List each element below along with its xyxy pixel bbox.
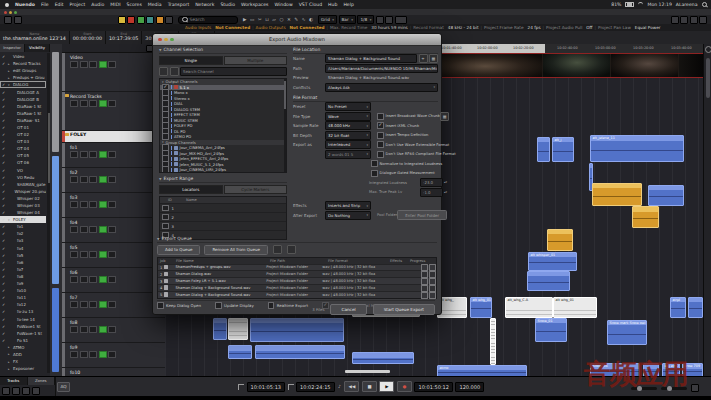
track-header-fo6[interactable]: fo6: [62, 268, 165, 293]
queue-refresh-icon[interactable]: [421, 285, 428, 292]
left-locator-time[interactable]: 10:01:05:13: [247, 382, 286, 392]
queue-column-effects[interactable]: Effects: [390, 259, 410, 263]
visibility-item-atmo[interactable]: ▸ATMO: [0, 344, 46, 351]
audio-event[interactable]: [527, 271, 570, 291]
visibility-item-ot-04[interactable]: ✓OT 04: [0, 145, 46, 152]
visibility-item-record-tracks[interactable]: ✓▸Record Tracks: [0, 60, 46, 67]
menu-nuendo[interactable]: Nuendo: [12, 2, 38, 7]
cancel-button[interactable]: Cancel: [330, 304, 366, 315]
bottom-tab-tracks[interactable]: Tracks: [0, 377, 28, 385]
audio-event-airpl[interactable]: airpl: [670, 297, 686, 318]
queue-row[interactable]: 3Shaman Foley LR + 5.1.wavProject Mixdow…: [158, 277, 436, 284]
file-type-dropdown[interactable]: Wave: [325, 112, 371, 121]
effects-dropdown[interactable]: Inserts and Strip: [325, 201, 371, 210]
name-attributes-button[interactable]: +: [419, 54, 428, 63]
bwav-edit-button[interactable]: ▦: [440, 112, 449, 121]
audio-event-alt-whg-c-a[interactable]: alt_whg_C.A: [505, 297, 553, 318]
channel-search-input[interactable]: Search Channel: [180, 67, 287, 76]
track-header-fo9[interactable]: fo9: [62, 343, 165, 368]
visibility-item-fo-zu-13[interactable]: ✓fo-zu 13: [0, 308, 46, 315]
range-tab-cycle-markers[interactable]: Cycle Markers: [224, 185, 288, 194]
stop-button[interactable]: ■: [362, 381, 377, 392]
queue-column-file-format[interactable]: File Format: [328, 259, 390, 263]
window-layout-button-1[interactable]: [671, 16, 679, 24]
setup-toolbar-button[interactable]: [14, 16, 22, 24]
visibility-item-fo6[interactable]: ✓fo6: [0, 259, 46, 266]
queue-delete-icon[interactable]: [429, 285, 436, 292]
no-wavex-checkbox[interactable]: Don't Use Wave Extensible Format: [377, 141, 449, 148]
audio-event[interactable]: [250, 318, 344, 342]
audio-event[interactable]: [228, 345, 252, 359]
menu-window[interactable]: Window: [272, 2, 296, 7]
audio-event[interactable]: [537, 137, 550, 162]
visibility-item-ot-05[interactable]: ✓OT 05: [0, 152, 46, 159]
track-sort-icon[interactable]: [22, 387, 30, 395]
track-header-fo1[interactable]: fo1: [62, 143, 165, 168]
info-field-name[interactable]: Namethe.shaman.online 123'14: [0, 31, 70, 44]
project-search-input[interactable]: Search: [178, 16, 238, 24]
visibility-item-ot-06[interactable]: ✓OT 06: [0, 159, 46, 166]
audio-event-snow-01[interactable]: Snow_01: [535, 318, 567, 342]
window-traffic-lights[interactable]: [4, 11, 17, 14]
overview-segment[interactable]: [52, 52, 59, 152]
track-header-fo4[interactable]: fo4: [62, 218, 165, 243]
midi-keyboard-button[interactable]: [395, 16, 407, 24]
queue-row[interactable]: 2Shaman Dialog.wavProject Mixdown Folder…: [158, 270, 436, 277]
quantize-dropdown[interactable]: 1/8: [357, 15, 374, 24]
line-tool-icon[interactable]: ∿: [301, 17, 307, 22]
visibility-item-fo-s1[interactable]: ✓Fo S1: [0, 337, 46, 344]
channel-options-button[interactable]: [170, 67, 179, 76]
window-zoom-icon[interactable]: [14, 11, 17, 14]
true-peak-stepper[interactable]: Max. True Peak Lv -1.0 ▴▾: [369, 188, 447, 197]
queue-refresh-icon[interactable]: [421, 264, 428, 271]
queue-refresh-icon[interactable]: [421, 292, 428, 299]
video-thumbnail[interactable]: [610, 53, 679, 77]
range-row[interactable]: 2: [160, 212, 286, 221]
queue-column-job[interactable]: Job: [158, 259, 176, 263]
visibility-item-fo11[interactable]: ✓fo11: [0, 294, 46, 301]
sidebar-tab-visibility[interactable]: Visibility: [25, 44, 50, 52]
vertical-scrollbar-thumb[interactable]: [706, 58, 710, 98]
menu-audio[interactable]: Audio: [88, 2, 107, 7]
channel-item-jour-cinema-ltrt-24fps[interactable]: Jour_CINEMA_LtRt_24fps: [160, 167, 286, 173]
visibility-item-fo9[interactable]: ✓fo9: [0, 280, 46, 287]
audio-event[interactable]: [490, 318, 496, 365]
queue-row[interactable]: 5Shaman Dialog + Background Sound.wavPro…: [158, 291, 436, 298]
range-row[interactable]: 3: [160, 221, 286, 230]
channel-tab-multiple[interactable]: Multiple: [224, 56, 288, 65]
visibility-item-fo-lee-14[interactable]: ✓fo-lee 14: [0, 315, 46, 322]
audio-event-snow-mark-snow-owl[interactable]: Snow mark Snow owl: [607, 320, 647, 345]
menu-media[interactable]: Media: [145, 2, 165, 7]
rewind-button[interactable]: ◀◀: [344, 381, 359, 392]
visibility-item-whisper-02[interactable]: ✓Whisper 02: [0, 195, 46, 202]
start-queue-export-button[interactable]: Start Queue Export: [373, 304, 435, 315]
visibility-item-diaraw-1-st[interactable]: ✓DiaRaw-1 St: [0, 103, 46, 110]
add-to-queue-button[interactable]: Add to Queue: [157, 245, 200, 255]
insert-tempo-checkbox[interactable]: Insert Tempo Definition: [377, 132, 428, 139]
queue-delete-icon[interactable]: [429, 278, 436, 285]
channel-tab-single[interactable]: Single: [159, 56, 223, 65]
window-layout-button-2[interactable]: [680, 16, 688, 24]
visibility-item-dialog[interactable]: ✓▾DIALOG: [0, 81, 46, 88]
visibility-item-fowave-1-st[interactable]: ✓FoWave-1 St: [0, 330, 46, 337]
after-export-dropdown[interactable]: Do Nothing: [325, 211, 371, 220]
video-thumbnail[interactable]: [437, 53, 543, 77]
no-rf64-checkbox[interactable]: Don't Use RF64-Compliant File Format: [377, 151, 456, 158]
audio-event-alt-j[interactable]: alt_j: [552, 137, 574, 162]
split-tool-icon[interactable]: ✂: [257, 17, 263, 22]
visibility-item-whisper-04[interactable]: ✓Whisper 04: [0, 209, 46, 216]
insert-ixml-checkbox[interactable]: Insert iXML Chunk: [377, 122, 419, 129]
metronome-icon[interactable]: ♪: [337, 384, 342, 389]
activate-project-button[interactable]: [4, 16, 12, 24]
track-header-fo7[interactable]: fo7: [62, 293, 165, 318]
window-layout-button-3[interactable]: [690, 16, 698, 24]
normalize-loudness-checkbox[interactable]: Normalize to Integrated Loudness: [371, 160, 442, 167]
visibility-item-predups-grou[interactable]: ▸Predups + Grou: [0, 74, 46, 81]
dialogue-gated-checkbox[interactable]: Dialogue Gated Measurement: [371, 170, 435, 177]
track-header-fo8[interactable]: fo8: [62, 318, 165, 343]
menu-midi[interactable]: MIDI: [107, 2, 123, 7]
menu-hub[interactable]: Hub: [325, 2, 340, 7]
audio-event-alt-whg-01[interactable]: alt whg_01: [470, 297, 492, 318]
file-name-input[interactable]: Shaman Dialog + Background Sound: [325, 54, 417, 63]
export-as-dropdown[interactable]: Interleaved: [325, 140, 371, 149]
